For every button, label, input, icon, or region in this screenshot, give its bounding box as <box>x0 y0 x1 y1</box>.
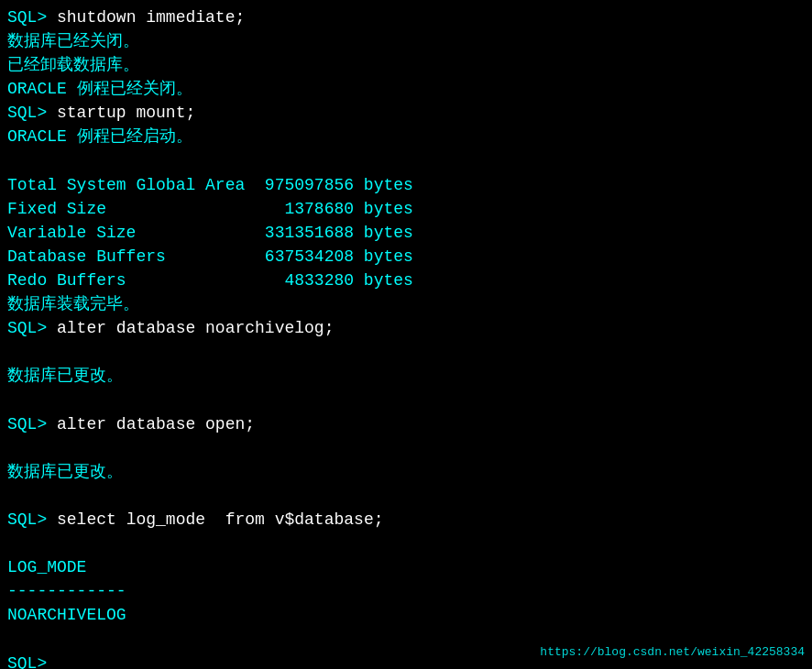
output-line: Database Buffers 637534208 bytes <box>7 245 805 269</box>
output-line: 数据库已更改。 <box>7 364 805 388</box>
prompt-line: SQL> alter database open; <box>7 412 805 436</box>
empty-line <box>7 149 805 173</box>
output-line: LOG_MODE <box>7 555 805 579</box>
prompt-line: SQL> select log_mode from v$database; <box>7 508 805 532</box>
prompt-line: SQL> alter database noarchivelog; <box>7 316 805 340</box>
empty-line <box>7 340 805 364</box>
output-line: 数据库装载完毕。 <box>7 292 805 316</box>
output-line: 数据库已经关闭。 <box>7 29 805 53</box>
empty-line <box>7 484 805 508</box>
output-line: 数据库已更改。 <box>7 460 805 484</box>
output-line: Fixed Size 1378680 bytes <box>7 197 805 221</box>
output-line: 已经卸载数据库。 <box>7 53 805 77</box>
empty-line <box>7 436 805 460</box>
empty-line <box>7 389 805 412</box>
output-line: Variable Size 331351688 bytes <box>7 221 805 245</box>
prompt-line: SQL> startup mount; <box>7 101 805 125</box>
output-line: Total System Global Area 975097856 bytes <box>7 173 805 197</box>
output-line: ------------ <box>7 579 805 603</box>
output-line: ORACLE 例程已经启动。 <box>7 125 805 148</box>
output-line: Redo Buffers 4833280 bytes <box>7 269 805 292</box>
output-line: ORACLE 例程已经关闭。 <box>7 77 805 101</box>
empty-line <box>7 532 805 555</box>
terminal-window: SQL> shutdown immediate;数据库已经关闭。已经卸载数据库。… <box>0 0 812 669</box>
watermark: https://blog.csdn.net/weixin_42258334 <box>540 644 805 662</box>
prompt-line: SQL> shutdown immediate; <box>7 5 805 29</box>
terminal-content: SQL> shutdown immediate;数据库已经关闭。已经卸载数据库。… <box>7 5 805 669</box>
output-line: NOARCHIVELOG <box>7 603 805 627</box>
